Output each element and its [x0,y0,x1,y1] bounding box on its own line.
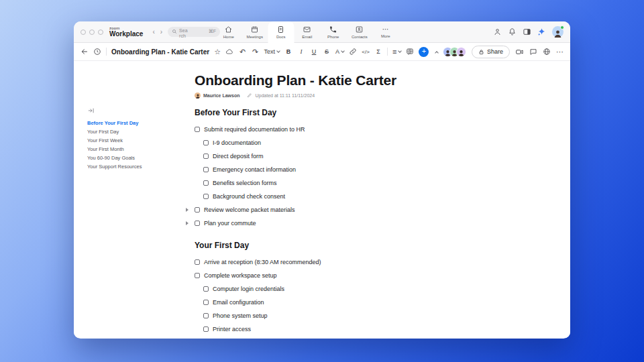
caret-right-icon[interactable] [186,221,189,225]
globe-icon[interactable] [543,48,551,56]
tab-home[interactable]: Home [215,21,241,42]
checklist-item[interactable]: Arrive at reception (8:30 AM recommended… [195,255,493,269]
contacts-icon [356,25,364,34]
checkbox[interactable] [195,207,200,213]
chevron-down-icon [398,49,402,53]
checklist-item[interactable]: I-9 documentation [195,136,493,149]
outline-item[interactable]: Your First Month [87,145,188,154]
back-arrow-icon[interactable] [80,48,89,56]
checkbox[interactable] [203,326,209,332]
edit-pen-icon [247,93,252,98]
profile-icon[interactable] [493,27,502,36]
checkbox[interactable] [203,167,209,172]
tab-label: Meetings [247,35,263,39]
checklist-item[interactable]: Printer access [195,322,493,336]
tab-more[interactable]: ⋯ More [372,21,398,42]
checklist-item[interactable]: Computer login credentials [195,282,493,296]
checklist-label: Email configuration [213,299,264,306]
outline-item[interactable]: Your First Day [87,127,188,136]
checklist-label: Complete workspace setup [204,272,277,279]
minimize-window-button[interactable] [89,29,95,35]
comment-icon[interactable] [406,48,414,56]
tab-meetings[interactable]: Meetings [241,21,268,42]
checklist-label: Review welcome packet materials [204,206,295,213]
history-forward-button[interactable]: › [158,29,165,36]
checkbox[interactable] [203,180,209,186]
text-style-dropdown[interactable]: Text [264,46,280,58]
checklist-label: Background check consent [213,193,285,200]
checklist-item[interactable]: Background check consent [195,190,493,203]
chat-icon[interactable] [529,48,537,56]
checkbox[interactable] [195,259,200,265]
text-color-dropdown[interactable]: A [335,46,344,58]
outline-label: Before Your First Day [87,120,138,126]
search-placeholder: Search [179,28,189,39]
checkbox[interactable] [203,194,209,199]
undo-button[interactable]: ↶ [239,46,247,58]
outline-item[interactable]: Before Your First Day [87,119,188,127]
collapse-outline-icon[interactable] [88,107,95,114]
checklist-item[interactable]: Review welcome packet materials [195,203,493,217]
checkbox[interactable] [203,154,209,159]
redo-button[interactable]: ↷ [252,46,260,58]
close-window-button[interactable] [80,29,86,35]
italic-button[interactable]: I [297,46,305,58]
checklist-item[interactable]: Complete workspace setup [195,269,493,282]
equation-button[interactable]: Σ [374,46,382,58]
checkbox[interactable] [203,286,209,292]
user-avatar[interactable] [552,26,564,38]
doc-content: Before Your First Day Your First Day You… [74,61,570,338]
history-back-button[interactable]: ‹ [150,29,157,36]
tab-docs[interactable]: Docs [268,21,294,43]
calendar-icon [251,25,259,34]
checklist-item[interactable]: Plan your commute [195,217,493,230]
checklist-item[interactable]: Submit required documentation to HR [195,123,493,136]
checkbox[interactable] [195,273,200,278]
docs-icon [277,25,285,34]
video-camera-icon[interactable] [515,48,524,56]
doc-home-icon[interactable] [93,48,101,56]
tab-phone[interactable]: Phone [320,21,346,42]
checkbox[interactable] [195,221,200,226]
link-icon[interactable] [349,48,357,56]
bold-button[interactable]: B [284,46,292,58]
side-panel-icon[interactable] [523,27,531,36]
checkbox[interactable] [203,140,209,145]
checklist-label: Printer access [213,326,251,333]
section-heading: Your First Day [195,241,493,250]
checklist-item[interactable]: Phone system setup [195,309,493,322]
outline-item[interactable]: Your Support Resources [87,162,188,171]
window-controls[interactable] [80,29,103,35]
code-block-button[interactable]: </> [362,46,370,58]
collapse-toolbar-icon[interactable] [435,51,439,55]
more-options-icon[interactable]: ⋯ [556,48,564,56]
checklist-item[interactable]: Direct deposit form [195,149,493,163]
outline-item[interactable]: You 60-90 Day Goals [87,154,188,162]
checklist-item[interactable]: Emergency contact information [195,163,493,176]
caret-right-icon[interactable] [186,208,189,212]
checklist-item[interactable]: Benefits selection forms [195,176,493,190]
checkbox[interactable] [203,300,209,305]
page-title: Onboarding Plan - Katie Carter [195,72,493,88]
share-button[interactable]: Share [472,46,510,58]
chevron-down-icon [341,49,345,53]
list-format-dropdown[interactable]: ≡ [392,46,401,58]
person-silhouette-icon [195,93,201,99]
checklist-item[interactable]: Email configuration [195,296,493,309]
ai-companion-sparkle-icon[interactable] [537,27,546,36]
star-favorite-icon[interactable]: ☆ [214,48,221,56]
search-input[interactable]: Search ⌘F [168,27,220,37]
checkbox[interactable] [203,313,209,318]
tab-contacts[interactable]: Contacts [346,21,372,42]
tab-email[interactable]: Email [294,21,320,42]
checkbox[interactable] [195,127,200,132]
outline-item[interactable]: Your First Week [87,136,188,145]
section-heading: Before Your First Day [195,108,493,117]
underline-button[interactable]: U [310,46,318,58]
notifications-bell-icon[interactable] [508,27,517,36]
collaborator-avatars[interactable] [443,47,466,57]
ai-add-button[interactable]: + [419,47,429,57]
strikethrough-button[interactable]: S [323,46,331,58]
outline-sidebar: Before Your First Day Your First Day You… [87,107,188,171]
maximize-window-button[interactable] [98,29,103,35]
